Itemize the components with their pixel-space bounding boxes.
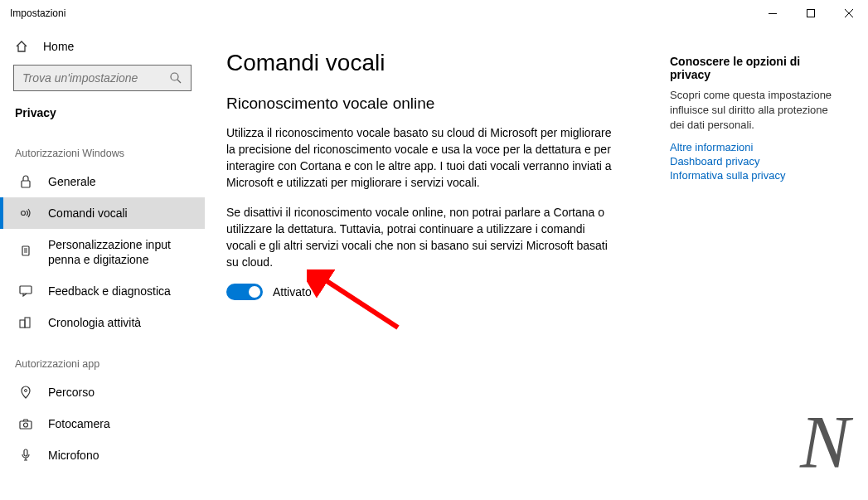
toggle-label: Attivato (273, 285, 312, 299)
home-nav[interactable]: Home (0, 33, 205, 65)
feedback-icon (18, 285, 33, 297)
inking-icon (18, 245, 33, 259)
search-box[interactable] (13, 65, 192, 91)
description-paragraph-1: Utilizza il riconoscimento vocale basato… (226, 124, 616, 191)
svg-point-4 (171, 73, 178, 80)
home-label: Home (43, 40, 74, 53)
sidebar: Home Privacy Autorizzazioni Windows Gene… (0, 27, 205, 500)
camera-icon (18, 419, 33, 430)
svg-line-5 (177, 80, 181, 83)
sidebar-item-microfono[interactable]: Microfono (0, 439, 205, 471)
watermark-monogram: N (800, 400, 850, 485)
toggle-row: Attivato (226, 284, 637, 300)
sidebar-item-label: Personalizzazione input penna e digitazi… (48, 237, 193, 267)
sideinfo-heading: Conoscere le opzioni di privacy (670, 55, 844, 81)
link-altre-informazioni[interactable]: Altre informazioni (670, 141, 844, 153)
sidebar-item-feedback[interactable]: Feedback e diagnostica (0, 275, 205, 307)
sidebar-item-label: Feedback e diagnostica (48, 284, 171, 299)
svg-rect-6 (22, 181, 30, 187)
sidebar-item-fotocamera[interactable]: Fotocamera (0, 408, 205, 439)
sidebar-item-comandi-vocali[interactable]: Comandi vocali (0, 197, 205, 229)
search-icon (169, 71, 182, 85)
svg-rect-13 (20, 320, 25, 328)
search-input[interactable] (22, 71, 169, 85)
main-content: Comandi vocali Riconoscimento vocale onl… (226, 50, 637, 500)
svg-point-17 (24, 423, 28, 427)
sidebar-item-cronologia[interactable]: Cronologia attività (0, 307, 205, 338)
sidebar-item-percorso[interactable]: Percorso (0, 376, 205, 408)
speech-recognition-toggle[interactable] (226, 284, 263, 300)
window-title: Impostazioni (10, 7, 754, 19)
link-informativa-privacy[interactable]: Informativa sulla privacy (670, 169, 844, 182)
close-button[interactable] (830, 0, 868, 27)
svg-rect-1 (807, 10, 815, 17)
minimize-button[interactable] (754, 0, 792, 27)
sidebar-item-label: Cronologia attività (48, 315, 141, 330)
lock-icon (18, 175, 33, 188)
description-paragraph-2: Se disattivi il riconoscimento vocale on… (226, 204, 616, 270)
page-title: Comandi vocali (226, 50, 637, 76)
svg-rect-16 (20, 421, 32, 429)
svg-rect-0 (769, 13, 777, 14)
window-controls (754, 0, 868, 27)
sidebar-item-label: Comandi vocali (48, 206, 128, 221)
sideinfo-desc: Scopri come questa impostazione influisc… (670, 88, 844, 133)
speech-icon (18, 206, 33, 220)
sidebar-item-label: Percorso (48, 385, 95, 400)
home-icon (15, 40, 28, 53)
sidebar-item-personalizzazione[interactable]: Personalizzazione input penna e digitazi… (0, 229, 205, 275)
category-label: Privacy (0, 101, 205, 128)
svg-rect-14 (25, 318, 30, 328)
sidebar-item-label: Fotocamera (48, 416, 110, 431)
location-icon (18, 386, 33, 399)
sidebar-item-generale[interactable]: Generale (0, 166, 205, 197)
titlebar: Impostazioni (0, 0, 868, 27)
section-subtitle: Riconoscimento vocale online (226, 95, 637, 113)
history-icon (18, 317, 33, 328)
svg-point-15 (25, 390, 27, 392)
section-app-permissions: Autorizzazioni app (0, 338, 205, 376)
svg-rect-18 (24, 449, 27, 456)
maximize-button[interactable] (792, 0, 830, 27)
microphone-icon (18, 449, 33, 462)
section-windows-permissions: Autorizzazioni Windows (0, 128, 205, 166)
svg-point-7 (22, 211, 26, 216)
svg-rect-12 (20, 286, 32, 294)
sidebar-item-label: Generale (48, 174, 96, 189)
sidebar-item-label: Microfono (48, 448, 99, 463)
link-dashboard-privacy[interactable]: Dashboard privacy (670, 155, 844, 167)
